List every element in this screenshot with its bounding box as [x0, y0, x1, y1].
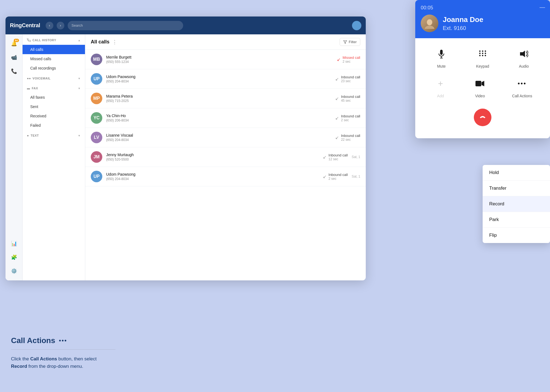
call-duration: 2 sec: [341, 118, 360, 122]
svg-point-1: [427, 19, 432, 25]
dropdown-item-park[interactable]: Park: [483, 212, 550, 228]
audio-button[interactable]: Audio: [516, 46, 531, 68]
call-type-icon: ↙: [337, 57, 340, 62]
apps-icon: 🧩: [11, 254, 17, 260]
caller-name: Marama Petera: [106, 94, 331, 98]
caller-name: Udom Paowsong: [106, 172, 319, 176]
voicemail-chevron: ▼: [78, 77, 81, 80]
app-logo: RingCentral: [10, 22, 40, 29]
dropdown-item-transfer[interactable]: Transfer: [483, 181, 550, 196]
svg-point-8: [479, 53, 481, 54]
call-type-info: Inbound call 12 sec: [329, 153, 348, 161]
add-button[interactable]: + Add: [433, 76, 448, 98]
svg-point-10: [485, 53, 486, 54]
call-type-icon: ↙: [335, 96, 339, 101]
dropdown-item-record[interactable]: Record: [483, 196, 550, 212]
sidebar-item-sent[interactable]: Sent: [23, 102, 85, 111]
sidebar-item-analytics[interactable]: 📊: [8, 238, 20, 250]
call-type-icon: ↙: [323, 174, 326, 179]
call-item[interactable]: YC Ya Chin-Ho (650) 206-8034 ↙ Inbound c…: [85, 108, 366, 128]
call-type: Inbound call: [341, 114, 360, 118]
instruction-area: Call Actions Click the Call Actions butt…: [0, 320, 550, 392]
instruction-title: Call Actions: [11, 336, 539, 345]
call-history-title: CALL HISTORY: [27, 38, 56, 42]
text-title: ● TEXT: [27, 134, 39, 137]
voicemail-section-header[interactable]: ●● VOICEMAIL ▼: [23, 73, 85, 83]
sidebar-item-settings[interactable]: ⚙️: [8, 265, 20, 277]
svg-point-13: [485, 55, 486, 56]
caller-info: Merrile Burgett (650) 555-1234: [106, 55, 333, 64]
back-button[interactable]: ‹: [46, 22, 53, 29]
call-type-icon: ↙: [335, 115, 339, 121]
user-avatar[interactable]: [352, 21, 361, 30]
call-date: Sat, 1: [352, 175, 360, 178]
caller-name: Udom Paowsong: [106, 74, 331, 79]
call-type-icon: ↙: [335, 135, 339, 140]
content-more-button[interactable]: ⋮: [112, 39, 117, 45]
dropdown-item-flip[interactable]: Flip: [483, 228, 550, 243]
sidebar-item-call-recordings[interactable]: Call recordings: [23, 64, 85, 73]
sidebar-item-received[interactable]: Received: [23, 111, 85, 121]
caller-name: Lisanne Viscaal: [106, 133, 331, 137]
mute-label: Mute: [437, 64, 446, 68]
instruction-text: Click the Call Actions button, then sele…: [11, 355, 539, 370]
caller-number: (650) 520-5500: [106, 158, 319, 161]
call-type-info: Missed call 2 sec: [343, 56, 360, 64]
mute-icon: [434, 46, 449, 61]
keypad-button[interactable]: Keypad: [475, 46, 490, 68]
add-label: Add: [437, 94, 444, 98]
sidebar-item-apps[interactable]: 🧩: [8, 251, 20, 263]
sidebar-item-failed[interactable]: Failed: [23, 121, 85, 130]
call-type-icon: ↙: [335, 76, 339, 82]
minimize-button[interactable]: —: [540, 4, 545, 10]
caller-info: Udom Paowsong (650) 204-8034: [106, 74, 331, 83]
forward-button[interactable]: ›: [57, 22, 64, 29]
sidebar-item-all-faxes[interactable]: All faxes: [23, 93, 85, 102]
call-controls: Mute Keypad: [415, 38, 550, 138]
content-area: All calls ⋮ Filter MB Merrile Burgett (6…: [85, 34, 366, 280]
call-history-section-header[interactable]: CALL HISTORY ▲: [23, 34, 85, 45]
text-section-header[interactable]: ● TEXT ▼: [23, 130, 85, 140]
end-call-area: [421, 106, 544, 132]
video-button[interactable]: Video: [472, 76, 487, 98]
caller-info: Lisanne Viscaal (650) 204-8034: [106, 133, 331, 142]
contact-name: Joanna Doe: [443, 15, 483, 24]
caller-number: (650) 715-2025: [106, 99, 331, 103]
svg-point-2: [425, 26, 435, 29]
call-duration: 2 sec: [343, 60, 360, 64]
call-item[interactable]: MP Marama Petera (650) 715-2025 ↙ Inboun…: [85, 89, 366, 108]
svg-point-12: [482, 55, 483, 56]
call-type: Inbound call: [341, 134, 360, 138]
sidebar-item-video[interactable]: 📹: [8, 51, 20, 64]
call-type: Missed call: [343, 56, 360, 60]
phone-icon: 📞: [11, 68, 17, 74]
call-item[interactable]: UP Udom Paowsong (650) 204-8034 ↙ Inboun…: [85, 167, 366, 186]
sidebar-item-missed-calls[interactable]: Missed calls: [23, 54, 85, 64]
caller-avatar: UP: [91, 73, 102, 85]
call-status: ↙ Inbound call 12 sec: [323, 153, 348, 161]
svg-point-11: [479, 55, 481, 56]
call-item[interactable]: LV Lisanne Viscaal (650) 204-8034 ↙ Inbo…: [85, 128, 366, 147]
filter-button[interactable]: Filter: [340, 38, 360, 46]
top-bar: RingCentral ‹ ›: [6, 16, 366, 34]
mute-button[interactable]: Mute: [434, 46, 449, 68]
call-item[interactable]: UP Udom Paowsong (650) 204-8034 ↙ Inboun…: [85, 69, 366, 89]
call-type: Inbound call: [329, 173, 348, 177]
call-status: ↙ Inbound call 2 sec: [335, 114, 360, 122]
caller-name: Merrile Burgett: [106, 55, 333, 59]
sidebar-item-all-calls[interactable]: All calls: [23, 45, 85, 54]
call-actions-icon: •••: [515, 76, 530, 91]
dropdown-item-hold[interactable]: Hold: [483, 165, 550, 181]
sidebar-item-phone[interactable]: 📞: [8, 65, 20, 77]
fax-section-header[interactable]: ▬ FAX ▼: [23, 83, 85, 93]
call-duration: 23 sec: [341, 79, 360, 83]
main-layout: 🔔 64 📹 📞 📊 🧩 ⚙️: [6, 34, 366, 280]
call-item[interactable]: JM Jenny Murtaugh (650) 520-5500 ↙ Inbou…: [85, 147, 366, 167]
search-input[interactable]: [68, 21, 183, 30]
sidebar-item-notifications[interactable]: 🔔 64: [8, 38, 20, 50]
call-actions-button[interactable]: ••• Call Actions: [512, 76, 532, 98]
end-call-button[interactable]: [474, 109, 491, 126]
call-item[interactable]: MB Merrile Burgett (650) 555-1234 ↙ Miss…: [85, 50, 366, 69]
svg-point-7: [485, 51, 486, 52]
keypad-icon: [475, 46, 490, 61]
